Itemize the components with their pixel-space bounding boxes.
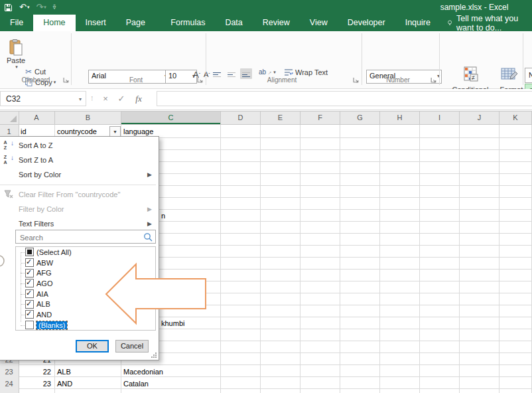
cell-A24[interactable]: 23 — [19, 378, 51, 390]
menu-separator — [0, 185, 156, 185]
tab-page-layout[interactable]: Page Layout — [116, 15, 161, 31]
filter-item-and[interactable]: AND — [16, 309, 155, 320]
title-bar: ↶▾ ↷▾ ▿̄ sample.xlsx - Excel — [0, 0, 532, 15]
conditional-formatting-button[interactable]: ≠ — [462, 66, 480, 84]
tab-formulas[interactable]: Formulas — [161, 15, 215, 31]
menu-item-sort-a-to-z[interactable]: AZ↓ Sort A to Z — [0, 138, 159, 153]
row-header-23[interactable]: 23 — [0, 366, 18, 378]
font-size-combo[interactable]: 10▾ — [165, 70, 197, 84]
filter-item-label: AND — [36, 311, 52, 319]
filter-item-blanks[interactable]: (Blanks) — [16, 320, 155, 331]
checkbox-icon[interactable] — [25, 300, 34, 309]
menu-item-filter-by-color[interactable]: Filter by Color ▶ — [0, 202, 159, 216]
cancel-entry-icon[interactable]: × — [98, 91, 113, 106]
number-dialog-launcher-icon[interactable] — [431, 77, 437, 84]
checkbox-icon[interactable] — [25, 258, 34, 267]
column-header-A[interactable]: A — [19, 112, 55, 124]
cell-C23[interactable]: Macedonian — [123, 366, 163, 378]
qat-menu-icon[interactable]: ▿̄ — [53, 0, 56, 15]
filter-search-box[interactable] — [15, 230, 156, 244]
paste-dropdown-icon[interactable]: ▾ — [15, 64, 18, 70]
checkbox-icon[interactable] — [25, 279, 34, 287]
font-name-value: Arial — [92, 72, 106, 80]
scissors-icon: ✂ — [25, 67, 32, 76]
orientation-button[interactable]: ab→▾ — [259, 68, 276, 76]
menu-item-text-filters[interactable]: Text Filters ▶ — [0, 216, 159, 231]
clipboard-dialog-launcher-icon[interactable] — [63, 77, 70, 84]
cell-style-normal[interactable]: N — [525, 68, 532, 83]
column-header-G[interactable]: G — [340, 112, 380, 124]
column-header-D[interactable]: D — [221, 112, 261, 124]
filter-item-label: AFG — [36, 269, 52, 277]
tab-insert[interactable]: Insert — [76, 15, 116, 31]
name-box-dropdown-icon[interactable]: ▾ — [79, 92, 82, 107]
ok-button[interactable]: OK — [76, 340, 109, 353]
format-as-table-button[interactable] — [501, 66, 518, 84]
paste-button[interactable]: Paste ▾ — [4, 35, 28, 74]
cell-C8-fragment[interactable]: n — [161, 210, 165, 222]
shrink-font-button[interactable]: Aˇ — [204, 70, 210, 78]
checkbox-icon[interactable] — [25, 248, 34, 256]
cell-B23[interactable]: ALB — [57, 366, 71, 378]
tab-home[interactable]: Home — [33, 15, 75, 31]
filter-item-afg[interactable]: AFG — [16, 268, 155, 278]
column-header-J[interactable]: J — [460, 112, 499, 124]
formula-input[interactable] — [157, 91, 532, 106]
column-header-C[interactable]: C — [121, 112, 221, 124]
menu-item-sort-by-color[interactable]: Sort by Color ▶ — [0, 167, 159, 182]
tab-data[interactable]: Data — [215, 15, 252, 31]
middle-align-button[interactable] — [226, 68, 237, 79]
row-header-24[interactable]: 24 — [0, 378, 18, 390]
cell-C24[interactable]: Catalan — [123, 378, 149, 390]
cut-button[interactable]: ✂ Cut — [25, 67, 46, 76]
conditional-formatting-icon: ≠ — [462, 66, 480, 84]
checkbox-icon[interactable] — [25, 269, 34, 277]
save-icon[interactable] — [4, 3, 13, 12]
cell-B24[interactable]: AND — [57, 378, 72, 390]
select-all-corner[interactable] — [0, 112, 19, 124]
cancel-button[interactable]: Cancel — [115, 340, 149, 353]
filter-item-alb[interactable]: ALB — [16, 299, 155, 309]
paste-icon — [9, 39, 23, 56]
magnifier-icon[interactable] — [143, 232, 153, 242]
tab-view[interactable]: View — [300, 15, 338, 31]
font-dialog-launcher-icon[interactable] — [197, 77, 204, 84]
tab-file[interactable]: File — [0, 15, 33, 31]
top-align-button[interactable] — [211, 68, 223, 79]
resize-grip-icon[interactable] — [151, 352, 157, 358]
bottom-align-button[interactable] — [240, 68, 252, 79]
search-input[interactable] — [19, 231, 141, 244]
column-header-E[interactable]: E — [261, 112, 300, 124]
undo-icon[interactable]: ↶▾ — [19, 0, 29, 15]
column-header-H[interactable]: H — [380, 112, 420, 124]
column-header-I[interactable]: I — [420, 112, 460, 124]
tab-review[interactable]: Review — [253, 15, 300, 31]
tab-inquire[interactable]: Inquire — [395, 15, 440, 31]
filter-item-selectall[interactable]: (Select All) — [16, 247, 155, 258]
alignment-dialog-launcher-icon[interactable] — [353, 77, 360, 84]
menu-item-sort-z-to-a[interactable]: ZA↓ Sort Z to A — [0, 153, 159, 167]
wrap-text-icon — [284, 68, 293, 76]
insert-function-icon[interactable]: fx — [131, 91, 146, 106]
column-header-F[interactable]: F — [300, 112, 340, 124]
filter-item-aia[interactable]: AIA — [16, 289, 155, 299]
tell-me-box[interactable]: Tell me what you want to do... — [440, 15, 532, 31]
redo-icon[interactable]: ↷▾ — [36, 0, 46, 15]
checkbox-icon[interactable] — [25, 310, 34, 319]
cell-A23[interactable]: 22 — [19, 366, 51, 378]
orientation-dropdown-icon[interactable]: ▾ — [273, 70, 276, 75]
checkbox-icon[interactable] — [25, 321, 34, 329]
filter-item-abw[interactable]: ABW — [16, 258, 155, 268]
filter-item-ago[interactable]: AGO — [16, 278, 155, 289]
cell-C17-fragment[interactable]: khumbi — [161, 317, 184, 329]
row-header-25[interactable]: 25 — [0, 390, 18, 393]
filter-dropdown-button[interactable]: ▼ — [109, 126, 121, 137]
column-header-B[interactable]: B — [55, 112, 121, 124]
menu-item-clear-filter[interactable]: Clear Filter From "countrycode" — [0, 187, 159, 202]
name-box[interactable]: C32 ▾ — [0, 91, 86, 106]
column-header-K[interactable]: K — [499, 112, 532, 124]
tab-developer[interactable]: Developer — [338, 15, 395, 31]
checkbox-icon[interactable] — [25, 289, 34, 298]
enter-entry-icon[interactable]: ✓ — [114, 91, 129, 106]
wrap-text-button[interactable]: Wrap Text — [284, 68, 328, 76]
